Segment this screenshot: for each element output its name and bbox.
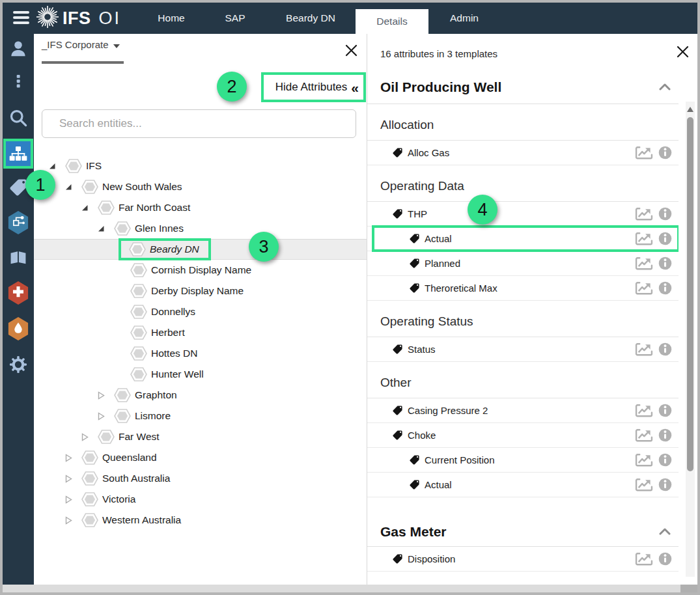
tree-expander-open-icon[interactable]	[96, 225, 106, 232]
tree-node-hottes-dn[interactable]: Hottes DN	[34, 343, 367, 364]
sidebar-item-search[interactable]	[3, 104, 34, 132]
tree-node-western-australia[interactable]: Western Australia	[34, 510, 367, 531]
hide-attributes-button[interactable]: Hide Attributes «	[261, 72, 366, 102]
attributes-list: Oil Producing Well Allocation Alloc Gas …	[367, 70, 679, 577]
entity-hexagon-icon	[129, 242, 146, 256]
nav-tab-admin[interactable]: Admin	[450, 3, 479, 34]
sidebar-item-kebab-menu[interactable]	[3, 67, 34, 96]
tree-node-far-west[interactable]: Far West	[34, 426, 367, 447]
trend-chart-icon[interactable]	[635, 428, 653, 443]
attribute-row-current-position[interactable]: Current Position	[367, 448, 679, 473]
trend-chart-icon[interactable]	[635, 232, 653, 246]
tree-node-ifs[interactable]: IFS	[34, 156, 367, 176]
collapse-template-button[interactable]	[656, 525, 673, 538]
attribute-row-planned[interactable]: Planned	[367, 251, 679, 276]
trend-chart-icon[interactable]	[635, 577, 653, 577]
attribute-actions	[635, 577, 679, 577]
tree-node-hunter-well[interactable]: Hunter Well	[34, 364, 367, 385]
trend-chart-icon[interactable]	[635, 478, 653, 492]
nav-tab-beardy-dn[interactable]: Beardy DN	[286, 3, 335, 34]
nav-tab-home[interactable]: Home	[158, 3, 184, 34]
sidebar-item-book[interactable]	[3, 243, 34, 272]
tree-node-victoria[interactable]: Victoria	[34, 489, 367, 510]
trend-chart-icon[interactable]	[635, 256, 653, 271]
template-title: Oil Producing Well	[380, 79, 501, 95]
info-icon[interactable]	[658, 256, 672, 270]
nav-tab-details[interactable]: Details	[356, 9, 428, 34]
sidebar-item-user[interactable]	[3, 35, 34, 63]
info-icon[interactable]	[658, 453, 672, 467]
info-icon[interactable]	[658, 232, 672, 245]
info-icon[interactable]	[658, 146, 672, 159]
search-entities-input[interactable]	[42, 109, 356, 138]
tree-expander-closed-icon[interactable]	[63, 475, 74, 483]
tree-node-queensland[interactable]: Queensland	[34, 447, 367, 468]
trend-chart-icon[interactable]	[635, 404, 653, 418]
tree-expander-closed-icon[interactable]	[96, 412, 106, 421]
tree-node-derby-display-name[interactable]: Derby Display Name	[34, 281, 367, 301]
sidebar-item-process-hexagon[interactable]	[3, 208, 34, 237]
horizontal-scrollbar-track[interactable]	[3, 585, 697, 592]
attributes-panel: 16 attributes in 3 templates Oil Produci…	[367, 34, 697, 585]
info-icon[interactable]	[658, 478, 672, 491]
tree-node-lismore[interactable]: Lismore	[34, 406, 367, 426]
attribute-row-actual[interactable]: Actual	[367, 227, 679, 251]
sidebar-item-gear[interactable]	[3, 350, 34, 379]
attribute-row-dispositioncategory[interactable]: DispositionCategory	[367, 572, 679, 577]
attribute-row-choke[interactable]: Choke	[367, 423, 679, 448]
attribute-row-thp[interactable]: THP	[367, 202, 679, 227]
tree-node-far-north-coast[interactable]: Far North Coast	[34, 197, 367, 218]
attribute-row-alloc-gas[interactable]: Alloc Gas	[367, 141, 679, 165]
tree-expander-closed-icon[interactable]	[79, 433, 90, 441]
close-tree-panel-button[interactable]	[344, 43, 358, 57]
search-icon	[8, 108, 28, 128]
sidebar-item-medical-plus-hexagon[interactable]	[3, 279, 34, 307]
info-icon[interactable]	[658, 428, 672, 442]
tree-expander-open-icon[interactable]	[79, 204, 90, 212]
close-attributes-panel-button[interactable]	[675, 44, 690, 59]
tree-node-herbert[interactable]: Herbert	[34, 322, 367, 343]
trend-chart-icon[interactable]	[635, 146, 653, 160]
attribute-row-disposition[interactable]: Disposition	[367, 547, 679, 572]
info-icon[interactable]	[658, 281, 672, 295]
tree-expander-closed-icon[interactable]	[96, 391, 106, 400]
tree-node-new-south-wales[interactable]: New South Wales	[34, 176, 367, 197]
tree-node-label: Victoria	[102, 493, 135, 505]
info-icon[interactable]	[658, 207, 672, 221]
trend-chart-icon[interactable]	[635, 207, 653, 221]
scope-selector-label: _IFS Corporate	[42, 39, 109, 50]
scope-selector[interactable]: _IFS Corporate	[42, 39, 120, 50]
attribute-row-status[interactable]: Status	[367, 337, 679, 362]
sidebar-item-droplet-hexagon[interactable]	[3, 314, 34, 343]
tree-node-beardy-dn[interactable]: Beardy DN	[34, 239, 367, 260]
tree-node-cornish-display-name[interactable]: Cornish Display Name	[34, 260, 367, 281]
scrollbar-thumb[interactable]	[687, 117, 693, 471]
section-header-other: Other	[367, 362, 679, 398]
tree-expander-closed-icon[interactable]	[63, 516, 74, 525]
attribute-row-casing-pressure-2[interactable]: Casing Pressure 2	[367, 398, 679, 423]
collapse-template-button[interactable]	[656, 81, 673, 93]
tree-expander-closed-icon[interactable]	[63, 495, 74, 504]
info-icon[interactable]	[658, 342, 672, 356]
tree-node-glen-innes[interactable]: Glen Innes	[34, 218, 367, 239]
tree-expander-closed-icon[interactable]	[63, 454, 74, 462]
nav-tab-sap[interactable]: SAP	[225, 3, 245, 34]
trend-chart-icon[interactable]	[635, 281, 653, 296]
attribute-row-theroretical-max[interactable]: Theroretical Max	[367, 276, 679, 301]
trend-chart-icon[interactable]	[635, 552, 653, 566]
attribute-row-actual[interactable]: Actual	[367, 473, 679, 497]
info-icon[interactable]	[658, 404, 672, 417]
trend-chart-icon[interactable]	[635, 342, 653, 357]
scrollbar-up-arrow-icon[interactable]	[687, 107, 693, 112]
info-icon[interactable]	[658, 552, 672, 566]
tree-expander-open-icon[interactable]	[63, 184, 74, 191]
hamburger-menu-icon[interactable]	[13, 11, 29, 25]
vertical-scrollbar[interactable]	[686, 102, 695, 577]
sidebar-item-hierarchy-active[interactable]	[3, 139, 33, 169]
tree-node-donnellys[interactable]: Donnellys	[34, 301, 367, 322]
tree-node-graphton[interactable]: Graphton	[34, 385, 367, 406]
tree-expander-open-icon[interactable]	[47, 163, 57, 170]
chevron-down-icon	[113, 44, 120, 48]
trend-chart-icon[interactable]	[635, 453, 653, 467]
tree-node-south-australia[interactable]: South Australia	[34, 468, 367, 489]
